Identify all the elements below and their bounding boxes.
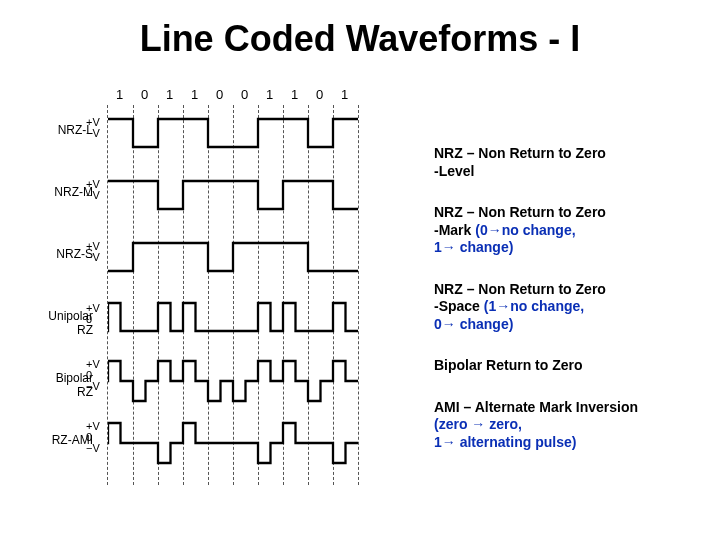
description-block: NRZ – Non Return to Zero-Space (1→no cha… — [434, 281, 698, 334]
waveform-row: RZ-AMI+V0−V — [108, 415, 383, 471]
bit-sequence: 1011001101 — [107, 87, 357, 102]
waveform-row: NRZ-L+V−V — [108, 105, 383, 161]
bit-label: 1 — [182, 87, 207, 102]
bit-label: 0 — [232, 87, 257, 102]
waveform-row: NRZ-M+V−V — [108, 167, 383, 223]
waveform-nrz_s — [108, 229, 358, 285]
row-label: NRZ-L — [28, 123, 93, 137]
waveform-nrz_l — [108, 105, 358, 161]
waveform-ami — [108, 415, 358, 471]
bit-label: 1 — [157, 87, 182, 102]
desc-text: 1 — [434, 434, 442, 450]
desc-text: change) — [456, 316, 514, 332]
desc-text: zero, — [485, 416, 522, 432]
level-labels: +V0 — [86, 303, 100, 325]
desc-text: change) — [456, 239, 514, 255]
waveform-brz — [108, 353, 358, 409]
desc-text: → — [471, 416, 485, 432]
bit-label: 1 — [282, 87, 307, 102]
level-labels: +V0−V — [86, 359, 100, 392]
waveform-nrz_m — [108, 167, 358, 223]
bit-label: 0 — [132, 87, 157, 102]
desc-text: → — [442, 434, 456, 450]
bit-label: 1 — [257, 87, 282, 102]
bit-label: 1 — [107, 87, 132, 102]
waveform-row: BipolarRZ+V0−V — [108, 353, 383, 409]
desc-text: → — [442, 239, 456, 255]
description-block: NRZ – Non Return to Zero-Mark (0→no chan… — [434, 204, 698, 257]
desc-text: (zero — [434, 416, 471, 432]
row-label: UnipolarRZ — [28, 309, 93, 337]
description-block: NRZ – Non Return to Zero-Level — [434, 145, 698, 180]
waveform-grid: NRZ-L+V−VNRZ-M+V−VNRZ-S+V−VUnipolarRZ+V0… — [107, 105, 383, 485]
row-label: NRZ-S — [28, 247, 93, 261]
descriptions-column: NRZ – Non Return to Zero-LevelNRZ – Non … — [412, 85, 698, 530]
description-block: Bipolar Return to Zero — [434, 357, 698, 375]
waveform-row: UnipolarRZ+V0 — [108, 291, 383, 347]
level-labels: +V−V — [86, 179, 100, 201]
row-label: RZ-AMI — [28, 433, 93, 447]
bit-label: 1 — [332, 87, 357, 102]
level-labels: +V−V — [86, 241, 100, 263]
level-labels: +V0−V — [86, 421, 100, 454]
page-title: Line Coded Waveforms - I — [0, 18, 720, 60]
desc-text: → — [442, 316, 456, 332]
waveform-row: NRZ-S+V−V — [108, 229, 383, 285]
level-labels: +V−V — [86, 117, 100, 139]
waveform-diagram: 1011001101 NRZ-L+V−VNRZ-M+V−VNRZ-S+V−VUn… — [22, 85, 412, 530]
bit-label: 0 — [207, 87, 232, 102]
desc-text: alternating pulse) — [456, 434, 577, 450]
desc-text: 0 — [434, 316, 442, 332]
content-area: 1011001101 NRZ-L+V−VNRZ-M+V−VNRZ-S+V−VUn… — [22, 85, 698, 530]
bit-label: 0 — [307, 87, 332, 102]
row-label: BipolarRZ — [28, 371, 93, 399]
description-block: AMI – Alternate Mark Inversion(zero → ze… — [434, 399, 698, 452]
row-label: NRZ-M — [28, 185, 93, 199]
waveform-urz — [108, 291, 358, 347]
desc-text: 1 — [434, 239, 442, 255]
